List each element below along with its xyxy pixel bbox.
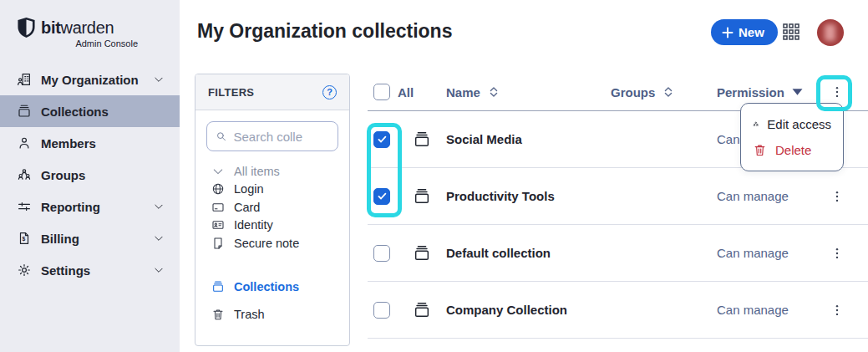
sort-icon[interactable]: [662, 85, 675, 99]
collection-name[interactable]: Social Media: [446, 132, 522, 146]
bitwarden-admin-console: bitwarden Admin Console My Organization …: [0, 0, 868, 352]
avatar-initials-blurred: [825, 24, 835, 41]
collection-icon: [413, 130, 431, 149]
table-row: Company Collection Can manage: [368, 282, 868, 339]
bitwarden-logo: bitwarden Admin Console: [0, 0, 140, 48]
identity-icon: [211, 218, 225, 232]
sidebar-item-label: Billing: [41, 232, 79, 246]
filter-item-identity[interactable]: Identity: [211, 217, 338, 235]
collections-icon: [211, 280, 225, 293]
row-checkbox[interactable]: [373, 131, 390, 148]
row-checkbox[interactable]: [373, 302, 390, 319]
row-options-kebab-button[interactable]: [827, 242, 847, 264]
help-icon[interactable]: ?: [322, 85, 337, 99]
plus-icon: [722, 27, 733, 38]
collection-icon: [413, 187, 431, 206]
filters-title: FILTERS: [208, 86, 254, 99]
settings-icon: [17, 263, 32, 278]
filter-item-trash[interactable]: Trash: [211, 305, 338, 324]
svg-text:$: $: [22, 236, 25, 242]
column-header-groups[interactable]: Groups: [611, 85, 655, 99]
chevron-down-icon: [153, 201, 165, 212]
collection-name[interactable]: Company Collection: [446, 303, 567, 317]
row-checkbox[interactable]: [373, 188, 390, 205]
organization-icon: [17, 72, 32, 87]
filter-item-login[interactable]: Login: [211, 181, 338, 199]
sidebar-item-settings[interactable]: Settings: [0, 254, 180, 286]
permission-value: Can manage: [717, 303, 789, 317]
sidebar-item-label: Collections: [41, 105, 109, 119]
app-switcher-button[interactable]: [782, 23, 800, 42]
collection-icon: [413, 301, 431, 319]
sidebar-item-label: Reporting: [41, 200, 100, 214]
sidebar-item-members[interactable]: Members: [0, 127, 180, 159]
sidebar-item-my-organization[interactable]: My Organization: [0, 64, 180, 95]
card-icon: [211, 201, 225, 214]
sidebar-item-label: Settings: [41, 263, 90, 278]
row-options-kebab-button[interactable]: [827, 299, 847, 321]
sidebar-item-label: Groups: [41, 168, 85, 182]
search-input[interactable]: [233, 130, 329, 144]
collection-name[interactable]: Productivity Tools: [446, 189, 555, 203]
table-row: Default collection Can manage: [368, 225, 868, 282]
sidebar-item-collections[interactable]: Collections: [0, 95, 180, 127]
column-header-permission[interactable]: Permission: [717, 85, 784, 99]
column-header-name[interactable]: Name: [446, 85, 480, 99]
chevron-down-icon: [153, 74, 165, 85]
apps-grid-icon: [783, 23, 799, 40]
select-all-checkbox[interactable]: [373, 84, 390, 100]
filter-item-all-items[interactable]: All items: [211, 162, 338, 181]
permission-value: Can manage: [717, 246, 789, 260]
options-context-menu: Edit access Delete: [740, 103, 844, 171]
menu-item-delete[interactable]: Delete: [741, 137, 843, 163]
chevron-down-icon: [153, 232, 165, 244]
permission-value: Can manage: [717, 189, 789, 203]
new-button[interactable]: New: [711, 19, 778, 45]
row-checkbox[interactable]: [373, 245, 390, 262]
sidebar-item-groups[interactable]: Groups: [0, 159, 180, 191]
sidebar-item-reporting[interactable]: Reporting: [0, 191, 180, 222]
search-box: [206, 121, 338, 151]
note-icon: [211, 237, 225, 250]
reporting-icon: [17, 199, 32, 214]
check-icon: [377, 191, 388, 202]
filter-item-card[interactable]: Card: [211, 198, 338, 217]
groups-icon: [17, 167, 32, 182]
header-options-kebab-button[interactable]: [827, 81, 847, 103]
sidebar-item-billing[interactable]: $ Billing: [0, 222, 180, 254]
users-icon: [753, 117, 759, 131]
collection-name[interactable]: Default collection: [446, 246, 551, 260]
filter-item-collections[interactable]: Collections: [211, 278, 338, 297]
main-content: My Organization collections New FILTERS: [180, 0, 868, 352]
sort-icon[interactable]: [487, 85, 500, 99]
collections-icon: [17, 104, 32, 119]
caret-down-icon[interactable]: [791, 87, 804, 97]
shield-icon: [17, 17, 36, 38]
filters-header: FILTERS ?: [195, 74, 349, 110]
account-avatar[interactable]: [817, 19, 844, 46]
member-icon: [17, 135, 32, 150]
billing-icon: $: [17, 231, 32, 246]
sidebar: bitwarden Admin Console My Organization …: [0, 0, 180, 352]
logo-wordmark: bitwarden: [41, 18, 114, 38]
sidebar-item-label: My Organization: [41, 73, 139, 87]
trash-icon: [211, 308, 225, 321]
kebab-icon: [830, 300, 845, 320]
sidebar-nav: My Organization Collections Members: [0, 64, 180, 286]
check-icon: [377, 134, 388, 145]
select-all-label: All: [398, 85, 414, 99]
page-title: My Organization collections: [197, 20, 452, 43]
row-options-kebab-button[interactable]: [827, 186, 847, 207]
search-icon: [216, 130, 226, 143]
kebab-icon: [830, 243, 845, 263]
globe-icon: [211, 182, 225, 196]
sidebar-item-label: Members: [41, 136, 96, 150]
filter-item-secure-note[interactable]: Secure note: [211, 234, 338, 253]
chevron-down-icon: [211, 165, 225, 178]
logo-subtitle: Admin Console: [17, 38, 140, 48]
trash-icon: [753, 143, 767, 157]
menu-item-edit-access[interactable]: Edit access: [741, 111, 843, 137]
collection-icon: [413, 244, 431, 263]
chevron-down-icon: [153, 264, 165, 276]
filters-panel: FILTERS ? All items: [195, 74, 350, 346]
